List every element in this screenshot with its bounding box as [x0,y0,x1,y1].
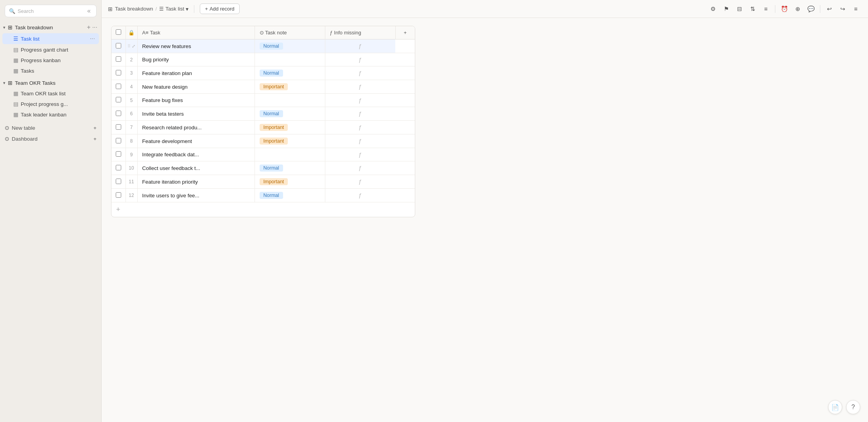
header-add[interactable]: + [395,26,415,39]
chevron-icon: ▾ [3,25,5,30]
sidebar-item-task-list[interactable]: ☰ Task list ··· [2,33,99,44]
sidebar-item-project-progress[interactable]: ▤ Project progress g... [2,99,99,109]
comment-button[interactable]: 💬 [805,3,817,15]
content-area: 🔒 Α≡ Task ⊙ Task note ƒ Info missing [102,18,868,422]
hide-button[interactable]: ⊟ [733,3,745,15]
sidebar-item-progress-gantt[interactable]: ▤ Progress gantt chart [2,45,99,55]
search-icon: 🔍 [9,8,15,14]
settings-button[interactable]: ⚙ [707,3,719,15]
header-note[interactable]: ⊙ Task note [255,26,325,39]
row-info-missing[interactable]: ƒ [325,94,396,107]
redo-button[interactable]: ↪ [837,3,848,15]
note-col-icon: ⊙ [260,30,265,36]
row-checkbox[interactable] [116,124,121,130]
task-list-icon: ☰ [13,36,18,42]
row-info-missing[interactable]: ƒ [325,189,396,202]
timer-button[interactable]: ⏰ [778,3,790,15]
row-info-missing[interactable]: ƒ [325,134,396,147]
row-checkbox-cell[interactable] [111,134,126,148]
dashboard-add-icon[interactable]: + [93,136,97,142]
row-checkbox[interactable] [116,111,121,116]
sidebar-item-tasks[interactable]: ▦ Tasks [2,66,99,76]
sidebar-item-task-leader[interactable]: ▦ Task leader kanban [2,109,99,120]
row-checkbox[interactable] [116,43,121,48]
row-checkbox[interactable] [116,179,121,184]
row-info-missing[interactable]: ƒ [325,175,396,188]
row-checkbox[interactable] [116,151,121,157]
row-number: 3 [126,66,137,80]
row-task-note: Normal [255,39,325,53]
header-info[interactable]: ƒ Info missing [325,26,395,39]
tasks-icon: ▦ [13,68,18,74]
bookmark-button[interactable]: ⊕ [792,3,803,15]
row-checkbox-cell[interactable] [111,175,126,189]
task-list-more[interactable]: ··· [90,35,95,42]
breadcrumb-icon: ⊞ [108,6,113,12]
view-selector[interactable]: ☰ Task list ▾ [159,6,188,12]
search-bar[interactable]: 🔍 Search « [5,5,97,17]
kanban-label: Progress kanban [21,57,95,63]
row-checkbox[interactable] [116,70,121,75]
row-info-missing[interactable]: ƒ [325,161,396,174]
row-info-missing[interactable]: ƒ [325,121,396,134]
new-table-button[interactable]: ⊙ New table + [0,122,101,133]
row-info-missing[interactable]: ƒ [325,80,396,93]
header-checkbox[interactable] [111,26,126,39]
task-breakdown-group[interactable]: ▾ ⊞ Task breakdown + ··· [0,22,101,33]
row-checkbox[interactable] [116,165,121,170]
new-table-add-icon[interactable]: + [93,125,97,131]
undo-button[interactable]: ↩ [823,3,835,15]
row-checkbox-cell[interactable] [111,121,126,134]
row-task-note [255,94,325,107]
tasks-label: Tasks [21,68,95,74]
row-checkbox[interactable] [116,84,121,89]
row-info-missing[interactable]: ƒ [325,107,396,120]
sidebar-item-progress-kanban[interactable]: ▦ Progress kanban [2,55,99,65]
row-checkbox[interactable] [116,97,121,102]
row-checkbox-cell[interactable] [111,107,126,121]
view-icon: ☰ [159,6,164,12]
row-info-missing[interactable]: ƒ [325,39,396,52]
sort-button[interactable]: ⇅ [747,3,759,15]
row-checkbox[interactable] [116,138,121,143]
group-button[interactable]: ≡ [760,3,772,15]
dashboard-button[interactable]: ⊙ Dashboard + [0,133,101,144]
row-info-missing[interactable]: ƒ [325,53,396,66]
collapse-button[interactable]: « [86,7,92,14]
more-group-button[interactable]: ··· [92,24,97,31]
view-options-button[interactable]: ≡ [850,3,862,15]
add-group-button[interactable]: + [87,24,90,31]
row-checkbox[interactable] [116,192,121,198]
row-checkbox-cell[interactable] [111,66,126,80]
breadcrumb-separator: / [156,6,157,12]
row-info-missing[interactable]: ƒ [325,66,396,79]
sidebar-item-team-okr-list[interactable]: ▦ Team OKR task list [2,88,99,98]
add-record-button[interactable]: + Add record [200,4,239,14]
row-checkbox-cell[interactable] [111,189,126,202]
row-checkbox-cell[interactable] [111,53,126,66]
row-checkbox[interactable] [116,56,121,62]
row-number: 9 [126,148,137,161]
header-task[interactable]: Α≡ Task [137,26,255,39]
row-checkbox-cell[interactable] [111,39,126,53]
row-info-missing[interactable]: ƒ [325,148,396,161]
doc-button[interactable]: 📄 [828,400,842,414]
row-task-name: Invite beta testers [137,107,255,121]
table-row: 10Collect user feedback t...Normalƒ [111,161,415,175]
select-all-checkbox[interactable] [116,29,121,35]
group-icon: ⊞ [8,24,13,30]
filter-button[interactable]: ⚑ [720,3,732,15]
row-checkbox-cell[interactable] [111,148,126,161]
row-task-note: Normal [255,66,325,80]
row-task-name: Collect user feedback t... [137,161,255,175]
row-checkbox-cell[interactable] [111,80,126,94]
team-okr-group[interactable]: ▾ ⊞ Team OKR Tasks [0,78,101,88]
add-row-button[interactable]: + [111,202,415,217]
help-button[interactable]: ? [846,400,860,414]
row-checkbox-cell[interactable] [111,161,126,175]
view-label: Task list [165,6,184,12]
note-badge: Important [260,83,288,90]
row-checkbox-cell[interactable] [111,94,126,107]
expand-icon[interactable]: ⤢ [132,44,135,48]
info-col-icon: ƒ [330,30,334,36]
